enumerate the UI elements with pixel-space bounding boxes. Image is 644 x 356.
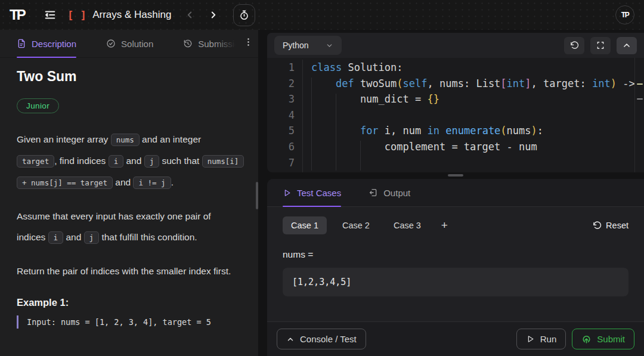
chevron-left-icon	[184, 10, 195, 20]
app-logo[interactable]: TP	[10, 7, 24, 23]
code-line[interactable]: for i, num in enumerate(nums):	[311, 123, 644, 139]
case-3-button[interactable]: Case 3	[385, 216, 429, 234]
run-label: Run	[540, 334, 557, 344]
document-icon	[17, 39, 26, 48]
line-number: 4	[267, 107, 295, 123]
line-number: 6	[267, 139, 295, 155]
param-label: nums =	[267, 234, 644, 260]
line-number-gutter: 1234567	[267, 60, 303, 172]
add-case-button[interactable]: +	[436, 219, 453, 232]
minimap-mark	[637, 83, 643, 85]
inline-code: i	[48, 231, 64, 244]
language-select-value: Python	[283, 41, 309, 50]
tab-test-cases[interactable]: Test Cases	[283, 179, 341, 206]
tab-output[interactable]: Output	[369, 179, 410, 206]
example-heading: Example 1:	[17, 297, 242, 308]
tab-solution[interactable]: Solution	[106, 30, 153, 57]
scrollbar-thumb[interactable]	[256, 182, 258, 209]
more-options-button[interactable]	[243, 37, 253, 47]
undo-button[interactable]	[564, 37, 584, 54]
problem-paragraph: Return the pair of indices with the smal…	[17, 261, 242, 281]
problem-tabbar: Description Solution Submissions	[0, 30, 258, 58]
tab-solution-label: Solution	[121, 39, 153, 49]
inline-code: target	[17, 155, 54, 168]
line-number: 2	[267, 76, 295, 92]
collapse-sidebar-icon	[44, 8, 57, 21]
console-test-label: Console / Test	[300, 334, 357, 344]
timer-button[interactable]	[233, 4, 255, 26]
difficulty-badge: Junior	[17, 98, 59, 113]
chevron-down-icon	[326, 42, 333, 49]
code-editor-panel: Python	[267, 33, 644, 172]
param-input[interactable]: [1,2,3,4,5]	[283, 268, 628, 296]
submit-button[interactable]: Submit	[572, 329, 634, 349]
right-column: Python	[258, 30, 644, 356]
play-icon	[283, 188, 292, 197]
code-line[interactable]: class Solution:	[311, 60, 644, 76]
panel-resize-handle[interactable]	[448, 174, 463, 177]
problem-title: Two Sum	[17, 69, 242, 85]
run-button[interactable]: Run	[516, 329, 566, 349]
line-number: 7	[267, 155, 295, 171]
editor-actions	[564, 37, 637, 54]
topic-title: Arrays & Hashing	[92, 9, 171, 21]
inline-code: i != j	[133, 177, 171, 189]
problem-panel: Description Solution Submissions	[0, 30, 258, 356]
prev-problem-button[interactable]	[184, 10, 195, 20]
reset-button[interactable]: Reset	[593, 221, 628, 230]
test-panel: Test Cases Output Case 1 Case 2 Case 3 +	[267, 179, 644, 356]
tab-fade-overlay	[215, 30, 236, 57]
case-selector-row: Case 1 Case 2 Case 3 + Reset	[267, 207, 644, 234]
chevron-up-icon	[622, 41, 631, 50]
user-avatar[interactable]: TP	[615, 5, 634, 24]
example-code-block: Input: nums = [1, 2, 3, 4], target = 5	[17, 315, 242, 329]
problem-paragraph: Assume that every input has exactly one …	[17, 206, 242, 248]
upload-icon	[581, 334, 592, 344]
fullscreen-icon	[596, 41, 605, 49]
language-select[interactable]: Python	[274, 36, 342, 55]
console-test-button[interactable]: Console / Test	[277, 329, 366, 349]
indent-guide	[360, 141, 361, 171]
inline-code: j	[144, 155, 160, 168]
fullscreen-button[interactable]	[590, 37, 611, 54]
breadcrumb: [ ] Arrays & Hashing	[67, 9, 172, 21]
topbar: TP [ ] Arrays & Hashing TP	[0, 0, 644, 30]
tab-description-label: Description	[32, 39, 76, 49]
code-line[interactable]	[311, 107, 644, 123]
line-number: 5	[267, 123, 295, 139]
reset-icon	[593, 221, 602, 230]
code-line[interactable]	[311, 155, 644, 171]
case-2-button[interactable]: Case 2	[334, 216, 378, 234]
editor-minimap[interactable]	[634, 58, 644, 172]
inline-code: nums	[111, 134, 140, 146]
reset-label: Reset	[606, 221, 628, 230]
history-icon	[183, 39, 193, 48]
chevron-up-icon	[286, 335, 295, 343]
code-line[interactable]: num_dict = {}	[311, 91, 644, 107]
brackets-icon: [ ]	[67, 9, 87, 21]
tab-submissions[interactable]: Submissions	[183, 30, 236, 57]
inline-code: i	[109, 155, 124, 168]
editor-body[interactable]: 1234567 class Solution: def twoSum(self,…	[267, 58, 644, 172]
collapse-sidebar-button[interactable]	[44, 8, 57, 21]
run-play-icon	[526, 335, 535, 343]
submit-label: Submit	[597, 334, 625, 344]
chevron-right-icon	[208, 10, 219, 20]
indent-guide	[336, 94, 336, 171]
code-area[interactable]: class Solution: def twoSum(self, nums: L…	[303, 60, 644, 172]
app-window: TP [ ] Arrays & Hashing TP	[0, 0, 644, 356]
main-split: Description Solution Submissions	[0, 30, 644, 356]
line-number: 3	[267, 91, 295, 107]
code-line[interactable]: complement = target - num	[311, 139, 644, 155]
check-circle-icon	[106, 39, 116, 48]
minimap-mark	[637, 98, 643, 100]
tab-output-label: Output	[383, 188, 410, 198]
output-icon	[369, 188, 378, 197]
tab-test-cases-label: Test Cases	[297, 188, 341, 198]
case-1-button[interactable]: Case 1	[283, 216, 327, 234]
tab-description[interactable]: Description	[17, 30, 76, 57]
next-problem-button[interactable]	[208, 10, 219, 20]
code-line[interactable]: def twoSum(self, nums: List[int], target…	[311, 76, 644, 92]
editor-toolbar: Python	[267, 33, 644, 58]
collapse-editor-button[interactable]	[617, 37, 637, 54]
